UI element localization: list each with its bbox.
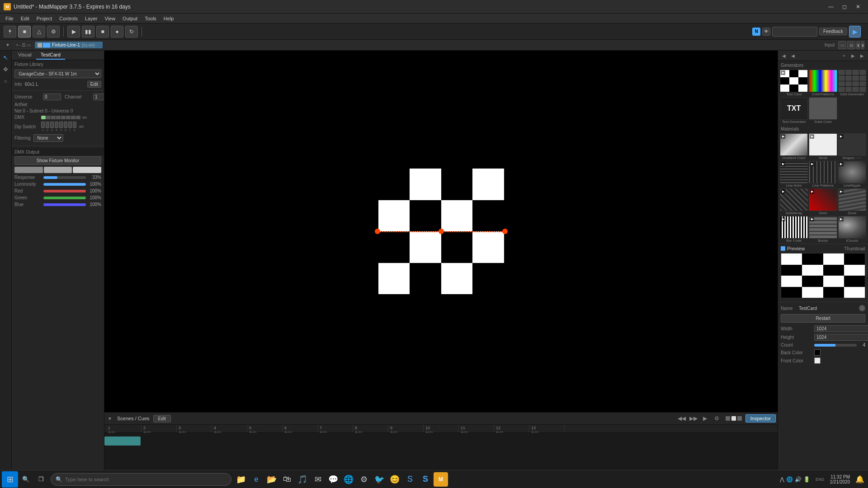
width-input[interactable] (814, 325, 868, 332)
notification-btn[interactable]: 🔔 (854, 473, 866, 486)
cue-track[interactable] (104, 433, 778, 470)
dip-switch-8[interactable] (73, 122, 76, 128)
material-gradient[interactable]: ▶ Gradient Color (780, 133, 808, 160)
cue-number-8[interactable]: 8Auto (353, 425, 388, 432)
taskbar-mail-icon[interactable]: ✉ (311, 472, 325, 487)
start-button[interactable]: ⊞ (2, 471, 18, 488)
taskbar-edge-icon[interactable]: e (249, 472, 264, 487)
eye-icon[interactable]: 👁 (762, 28, 770, 36)
canvas-area[interactable] (104, 51, 778, 412)
cue-number-1[interactable]: 1Auto (106, 425, 142, 432)
material-solidArray[interactable]: ▶ SolidArray (780, 188, 808, 215)
dip-switch-2[interactable] (46, 122, 49, 128)
front-color-swatch[interactable] (814, 357, 821, 364)
material-clouds[interactable]: ▶ iClouds (838, 216, 866, 243)
universe-input[interactable] (43, 94, 61, 100)
cue-number-12[interactable]: 12Auto (494, 425, 529, 432)
dip-switch-6[interactable] (64, 122, 67, 128)
material-siren[interactable]: ▶ Siren (809, 188, 837, 215)
material-lineAnim[interactable]: ▶ Line Anim (780, 161, 808, 188)
menu-layer[interactable]: Layer (81, 15, 101, 22)
menu-edit[interactable]: Edit (17, 15, 33, 22)
transport-settings-btn[interactable]: ⚙ (712, 413, 722, 423)
taskbar-skype-icon[interactable]: S (403, 472, 417, 487)
material-barcode[interactable]: ▶ Bar Code (780, 216, 808, 243)
sys-icon-volume[interactable]: 🔊 (795, 476, 802, 483)
transport-forward-btn[interactable]: ▶▶ (689, 413, 698, 423)
rp-icon-4[interactable]: ▶ (849, 52, 857, 60)
pointer-icon[interactable]: ↖ (1, 52, 11, 62)
info-icon[interactable]: i (859, 305, 865, 311)
light-icon[interactable]: ○ (1, 76, 11, 86)
panel-toggle-2[interactable]: ▤ (847, 41, 855, 49)
restore-button[interactable]: ◻ (838, 2, 851, 11)
taskbar-face-icon[interactable]: 😊 (387, 472, 402, 487)
dip-switch-1[interactable] (41, 122, 45, 128)
fixture-edit-btn[interactable]: Edit (87, 81, 101, 88)
close-button[interactable]: ✕ (852, 2, 864, 11)
taskbar-task-view-icon[interactable]: ❐ (34, 472, 48, 487)
cue-number-11[interactable]: 11Auto (459, 425, 494, 432)
rp-icon-3[interactable]: + (840, 52, 848, 60)
filter-dropdown[interactable]: None (33, 134, 63, 142)
output-icon[interactable]: ▶ (849, 26, 861, 38)
scenes-collapse-btn[interactable]: ▼ (106, 415, 113, 422)
generator-text[interactable]: TXT Text Generator (780, 97, 808, 124)
channel-input[interactable] (93, 94, 104, 100)
cue-number-9[interactable]: 9Auto (388, 425, 424, 432)
material-strob[interactable]: ▶ Strob (809, 133, 837, 160)
height-input[interactable] (814, 334, 868, 341)
record-btn[interactable]: ● (111, 26, 123, 38)
minimize-button[interactable]: — (825, 2, 837, 11)
show-fixture-monitor-btn[interactable]: Show Fixture Monitor (14, 156, 101, 165)
taskbar-skype2-icon[interactable]: S (418, 472, 433, 487)
generator-solid[interactable]: Solid Color (809, 97, 837, 124)
reload-btn[interactable]: ↻ (125, 26, 138, 38)
play-btn[interactable]: ▶ (67, 26, 80, 38)
cue-number-2[interactable]: 2Auto (142, 425, 177, 432)
menu-controls[interactable]: Controls (56, 15, 81, 22)
cursor-tool-btn[interactable]: 🖈 (4, 26, 16, 38)
generator-colorpatterns[interactable]: ColorPatterns (809, 70, 837, 96)
transport-rewind-btn[interactable]: ◀◀ (677, 413, 687, 423)
taskbar-store-icon[interactable]: 🛍 (280, 472, 294, 487)
cue-number-6[interactable]: 6Auto (283, 425, 318, 432)
inspector-btn[interactable]: Inspector (745, 414, 776, 422)
taskbar-search-bar[interactable]: 🔍 (51, 473, 231, 486)
taskbar-files-icon[interactable]: 📂 (264, 472, 279, 487)
remove-layer-btn[interactable]: - (19, 42, 21, 47)
back-color-swatch[interactable] (814, 349, 821, 356)
material-lineRipple[interactable]: ▶ LineRipple (838, 161, 866, 188)
pause-btn[interactable]: ▮▮ (82, 26, 94, 38)
search-input[interactable] (65, 477, 226, 482)
taskbar-search-icon[interactable]: 🔍 (19, 472, 33, 487)
material-shapes[interactable]: ▶ Shapes ~~~ (838, 133, 866, 160)
menu-file[interactable]: File (2, 15, 17, 22)
cue-number-7[interactable]: 7Auto (318, 425, 353, 432)
menu-view[interactable]: View (101, 15, 119, 22)
menu-output[interactable]: Output (119, 15, 141, 22)
taskbar-whatsapp-icon[interactable]: 💬 (326, 472, 340, 487)
taskbar-chrome-icon[interactable]: 🌐 (341, 472, 356, 487)
tab-testcard[interactable]: TestCard (36, 51, 65, 60)
panel-toggle-3[interactable]: ▮ (856, 41, 860, 49)
shape-tool-btn[interactable]: △ (33, 26, 45, 38)
layer-fixture-line-1[interactable]: Fixture-Line-1 (01-60) (35, 42, 103, 48)
menu-help[interactable]: Help (160, 15, 178, 22)
rp-icon-5[interactable]: ▶ (858, 52, 866, 60)
panel-toggle-4[interactable]: ▮ (861, 41, 864, 49)
menu-tools[interactable]: Tools (141, 15, 160, 22)
taskbar-bird-icon[interactable]: 🐦 (372, 472, 387, 487)
rp-icon-2[interactable]: ◀ (789, 52, 797, 60)
layer-options-btn[interactable]: ☰ (22, 42, 26, 47)
material-linePattern[interactable]: ▶ Line Patterns (809, 161, 837, 188)
move-icon[interactable]: ✥ (1, 64, 11, 74)
cue-number-5[interactable]: 5Auto (247, 425, 283, 432)
taskbar-explorer-icon[interactable]: 📁 (234, 472, 248, 487)
scenes-edit-btn[interactable]: Edit (153, 415, 171, 422)
material-bricks[interactable]: ▶ Bricks (809, 216, 837, 243)
layer-expand-btn[interactable]: ▭ (27, 42, 31, 47)
taskbar-settings-icon[interactable]: ⚙ (357, 472, 371, 487)
dip-switch-3[interactable] (50, 122, 54, 128)
tab-visual[interactable]: Visual (14, 51, 36, 60)
